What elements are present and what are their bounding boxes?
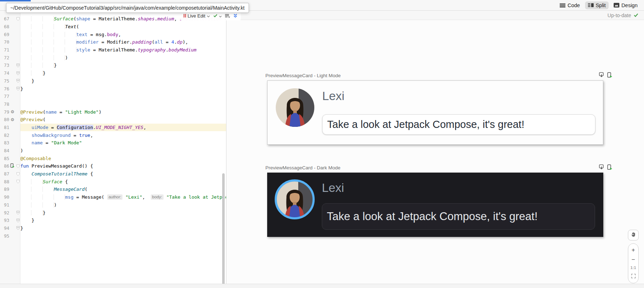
editor-pane: 67 Surface(shape = MaterialTheme.shapes.… [0, 11, 226, 288]
fold-marker[interactable] [16, 17, 20, 21]
gutter-cell: 90 [0, 193, 20, 201]
gutter-cell: 91 [0, 201, 20, 209]
gutter-cell: 72 [0, 54, 20, 61]
preview-settings-gear-icon[interactable]: ⚙ [11, 117, 15, 122]
zoom-ratio-button[interactable]: 1:1 [630, 266, 636, 270]
code-text [20, 93, 226, 100]
run-preview-gutter-icon[interactable] [10, 164, 15, 169]
tab-split[interactable]: Split [585, 1, 609, 9]
code-line[interactable]: 92 } [0, 209, 226, 217]
line-number: 68 [0, 24, 9, 29]
code-text: } [20, 61, 226, 69]
code-line[interactable]: 88 Surface { [0, 178, 226, 185]
highlighting-menu-icon[interactable] [225, 14, 230, 18]
parameter-hint-chip: body: [151, 194, 164, 200]
live-edit-dropdown[interactable]: Live Edit [184, 13, 210, 19]
line-number: 83 [0, 140, 9, 145]
fold-marker[interactable] [16, 179, 20, 184]
zoom-to-fit-icon[interactable] [631, 273, 636, 280]
code-line[interactable]: 95 [0, 232, 226, 240]
preview-settings-gear-icon[interactable]: ⚙ [11, 109, 15, 114]
code-line[interactable]: 91 ) [0, 201, 226, 209]
gutter-cell: 84 [0, 147, 20, 155]
gutter-cell: 74 [0, 69, 20, 77]
code-line[interactable]: 74 } [0, 69, 226, 77]
code-line[interactable]: 76} [0, 85, 226, 93]
fold-marker[interactable] [16, 210, 20, 215]
zoom-out-button[interactable]: − [631, 257, 635, 263]
pause-icon [184, 13, 186, 19]
line-number: 80 [0, 117, 9, 122]
run-preview-icon[interactable] [607, 164, 613, 172]
code-line[interactable]: 79⚙@Preview(name = "Light Mode") [0, 108, 226, 116]
editor-vertical-scrollbar[interactable] [222, 173, 225, 288]
gutter-cell: 77 [0, 93, 20, 100]
code-line[interactable]: 72 ) [0, 54, 226, 61]
fold-marker[interactable] [16, 63, 20, 68]
code-line[interactable]: 90 msg = Message( author: "Lexi", body: … [0, 193, 226, 201]
gutter-cell: 87 [0, 170, 20, 178]
code-text: } [20, 69, 226, 77]
preview-panel-header-light: PreviewMessageCard - Light Mode [265, 72, 608, 79]
line-number: 87 [0, 171, 9, 177]
code-line[interactable]: 70 modifier = Modifier.padding(all = 4.d… [0, 38, 226, 46]
preview-actions [599, 164, 613, 172]
chevron-down-icon [219, 13, 222, 19]
code-text: @Preview(name = "Light Mode") [20, 108, 226, 116]
fold-marker[interactable] [16, 164, 20, 168]
code-line[interactable]: 89 MessageCard( [0, 185, 226, 193]
code-line[interactable]: 80⚙@Preview( [0, 116, 226, 124]
code-line[interactable]: 75 } [0, 77, 226, 85]
code-line[interactable]: 77 [0, 93, 226, 100]
code-line[interactable]: 83 name = "Dark Mode" [0, 139, 226, 147]
preview-status-row: Up-to-date [226, 11, 644, 20]
zoom-in-button[interactable]: + [631, 247, 635, 253]
editor-code-area[interactable]: 67 Surface(shape = MaterialTheme.shapes.… [0, 15, 226, 240]
split-view-icon [588, 3, 594, 8]
code-line[interactable]: 85@Composable [0, 154, 226, 162]
line-number: 93 [0, 218, 9, 223]
code-line[interactable]: 86fun PreviewMessageCard() { [0, 162, 226, 170]
fold-marker[interactable] [16, 86, 20, 91]
gutter-cell: 94 [0, 224, 20, 232]
compose-preview-pane: Up-to-date PreviewMessageCard - Light Mo… [226, 11, 644, 288]
tab-code[interactable]: Code [557, 1, 583, 9]
code-line[interactable]: 82 showBackground = true, [0, 131, 226, 139]
tab-design[interactable]: Design [611, 1, 640, 9]
file-path-popup: ~/Development/GitHub/ComposeTutorial3/ap… [6, 3, 249, 13]
code-text: @Preview( [20, 116, 226, 124]
code-line[interactable]: 87 ComposeTutorialTheme { [0, 170, 226, 178]
fold-marker[interactable] [16, 172, 20, 176]
interactive-preview-icon[interactable] [599, 72, 604, 79]
syntax-status-dropdown[interactable] [213, 13, 222, 19]
pan-button[interactable] [628, 230, 639, 240]
code-line[interactable]: 84) [0, 147, 226, 155]
interactive-preview-icon[interactable] [599, 164, 604, 172]
code-line[interactable]: 71 style = MaterialTheme.typography.body… [0, 46, 226, 54]
code-text: text = msg.body, [20, 30, 226, 38]
code-line[interactable]: 73 } [0, 61, 226, 69]
code-text: style = MaterialTheme.typography.bodyMed… [20, 46, 226, 54]
code-text: MessageCard( [20, 185, 226, 193]
code-line[interactable]: 93 } [0, 217, 226, 224]
code-text: @Composable [20, 154, 226, 162]
fold-marker[interactable] [16, 226, 20, 230]
fold-marker[interactable] [16, 79, 20, 83]
line-number: 91 [0, 202, 9, 208]
collapse-all-chevrons-icon[interactable] [233, 14, 238, 18]
active-tab-accent [0, 0, 31, 1]
code-text: } [20, 209, 226, 217]
gutter-cell: 78 [0, 100, 20, 108]
code-line[interactable]: 68 Text( [0, 23, 226, 31]
code-line[interactable]: 81 uiMode = Configuration.UI_MODE_NIGHT_… [0, 124, 226, 131]
code-line[interactable]: 94} [0, 224, 226, 232]
fold-marker[interactable] [16, 218, 20, 223]
code-line[interactable]: 69 text = msg.body, [0, 30, 226, 38]
gutter-cell: 79⚙ [0, 108, 20, 116]
run-preview-icon[interactable] [607, 72, 613, 79]
gutter-cell: 95 [0, 232, 20, 240]
line-number: 76 [0, 86, 9, 91]
fold-marker[interactable] [16, 71, 20, 75]
message-bubble: Take a look at Jetpack Compose, it's gre… [322, 114, 595, 135]
code-line[interactable]: 78 [0, 100, 226, 108]
